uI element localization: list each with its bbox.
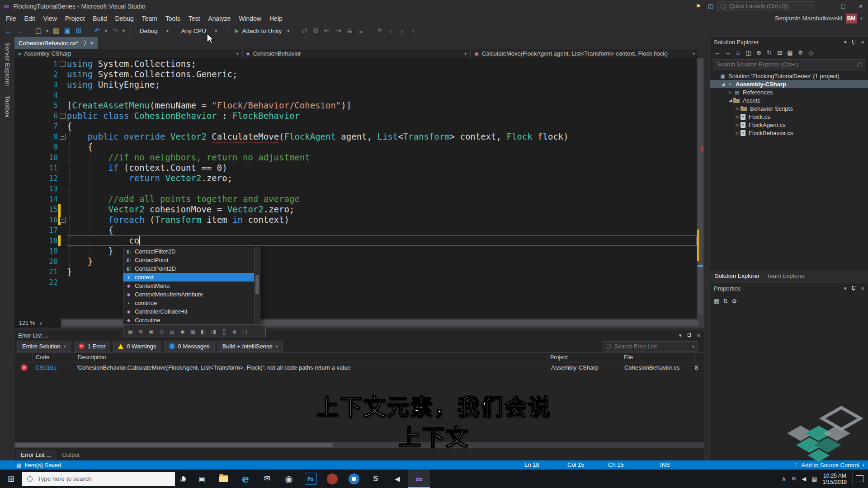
save-icon[interactable]: ▣ xyxy=(62,27,72,35)
previous-bookmark-icon[interactable]: « xyxy=(386,27,396,35)
description-column-header[interactable]: Description xyxy=(75,353,547,362)
line-column-header[interactable] xyxy=(694,353,704,362)
menu-window[interactable]: Window xyxy=(235,12,265,24)
source-filter-dropdown[interactable]: Build + IntelliSense ▾ xyxy=(217,341,283,352)
properties-title-bar[interactable]: Properties ▾ × xyxy=(710,283,868,293)
all-members-filter-icon[interactable]: ▣ xyxy=(126,328,135,335)
menu-team[interactable]: Team xyxy=(138,12,161,24)
menu-view[interactable]: View xyxy=(39,12,61,24)
code-column-header[interactable]: Code xyxy=(33,353,75,362)
taskbar-app-blue-app[interactable] xyxy=(343,469,365,488)
scrollbar-thumb[interactable] xyxy=(698,59,703,314)
taskbar-app-photoshop[interactable]: Ps xyxy=(300,469,321,488)
next-bookmark-icon[interactable]: » xyxy=(397,27,407,35)
taskbar-app-file-explorer[interactable] xyxy=(213,469,235,488)
menu-file[interactable]: File xyxy=(2,12,20,24)
user-avatar-badge[interactable]: BM xyxy=(846,14,857,23)
collapse-all-icon[interactable]: ⊟ xyxy=(775,49,784,56)
quick-launch-box[interactable] xyxy=(717,1,815,11)
completion-scrollbar[interactable] xyxy=(254,247,260,324)
attach-to-unity-button[interactable]: ▶Attach to Unity xyxy=(232,28,284,34)
pin-icon[interactable] xyxy=(82,41,86,46)
indent-decrease-icon[interactable]: ⇤ xyxy=(322,27,332,35)
indent-increase-icon[interactable]: ⇥ xyxy=(333,27,343,35)
error-list-search-input[interactable] xyxy=(613,343,689,350)
keywords-filter-icon[interactable]: ≣ xyxy=(230,328,239,335)
editor-vertical-scrollbar[interactable] xyxy=(697,58,704,319)
code-line-6[interactable]: 6public class CohesionBehavior : FlockBe… xyxy=(14,111,697,121)
document-tab-cohesionbehavior[interactable]: CohesionBehavior.cs* × xyxy=(14,37,98,49)
ime-icon[interactable]: ▤ xyxy=(811,475,817,482)
code-line-17[interactable]: 17 { xyxy=(14,225,697,235)
code-line-3[interactable]: 3using UnityEngine; xyxy=(14,80,697,90)
completion-item-ContactPoint2D[interactable]: ◧ContactPoint2D xyxy=(123,264,260,273)
tab-error-list[interactable]: Error List ... xyxy=(16,450,56,460)
delegates-filter-icon[interactable]: ◨ xyxy=(209,328,218,335)
tree-expanded-arrow-icon[interactable]: ◢ xyxy=(720,82,726,86)
fields-filter-icon[interactable]: ▤ xyxy=(167,328,177,335)
open-folder-icon[interactable]: ▥ xyxy=(51,27,61,35)
code-line-9[interactable]: 9 { xyxy=(14,142,697,152)
menu-tools[interactable]: Tools xyxy=(161,12,184,24)
taskbar-app-steam[interactable]: ◉ xyxy=(278,469,300,488)
tree-expanded-arrow-icon[interactable]: ◢ xyxy=(727,98,733,103)
breadcrumb-project-dropdown[interactable]: ■ Assembly-CSharp ▾ xyxy=(14,49,243,58)
pin-icon[interactable] xyxy=(687,333,691,338)
code-line-4[interactable]: 4 xyxy=(14,90,697,100)
undo-icon[interactable]: ↶ xyxy=(92,27,102,35)
debug-configuration-dropdown[interactable]: Debug▾ xyxy=(136,27,174,35)
fold-collapse-icon[interactable] xyxy=(60,134,66,140)
code-line-10[interactable]: 10 //if no neighbors, return no adjustme… xyxy=(14,152,697,163)
code-line-2[interactable]: 2using System.Collections.Generic; xyxy=(14,69,697,80)
code-editor[interactable]: 1using System.Collections;2using System.… xyxy=(14,58,697,319)
back-arrow-icon[interactable]: ← xyxy=(4,27,14,35)
code-line-20[interactable]: 20 } xyxy=(14,256,697,267)
completion-item-continue[interactable]: ▪continue xyxy=(123,299,260,307)
solution-explorer-sync-icon[interactable]: ⇄ xyxy=(299,27,309,35)
pin-icon[interactable] xyxy=(851,286,856,291)
completion-item-ContactPoint[interactable]: ◧ContactPoint xyxy=(123,256,260,264)
new-file-icon[interactable]: ▢ xyxy=(33,27,43,35)
pin-icon[interactable] xyxy=(851,40,856,45)
speaker-icon[interactable]: ◀ xyxy=(802,475,806,482)
minimize-button[interactable]: – xyxy=(818,3,833,10)
tree-item-solution-flockingtutorialseries-1-project-[interactable]: ▣Solution 'FlockingTutorialSeries' (1 pr… xyxy=(710,72,868,80)
completion-item-context[interactable]: ▮context xyxy=(123,273,260,282)
user-menu-chevron-icon[interactable]: ▾ xyxy=(860,16,863,21)
messages-filter-button[interactable]: i 0 Messages xyxy=(164,341,215,352)
code-line-19[interactable]: 19 } xyxy=(14,246,697,256)
code-line-1[interactable]: 1using System.Collections; xyxy=(14,59,697,69)
tab-output[interactable]: Output xyxy=(57,450,84,460)
fold-collapse-icon[interactable] xyxy=(60,61,66,67)
taskbar-app-red-app[interactable] xyxy=(321,469,343,488)
completion-item-ControllerColliderHit[interactable]: ◆ControllerColliderHit xyxy=(123,307,260,316)
scrollbar-thumb[interactable] xyxy=(15,443,333,447)
tree-collapsed-arrow-icon[interactable]: ▷ xyxy=(735,122,741,127)
action-center-button[interactable] xyxy=(852,473,866,485)
property-pages-icon[interactable]: ⚙ xyxy=(731,298,737,305)
code-line-11[interactable]: 11 if (context.Count == 0) xyxy=(14,163,697,173)
code-line-8[interactable]: 8 public override Vector2 CalculateMove(… xyxy=(14,131,697,142)
menu-project[interactable]: Project xyxy=(61,12,89,24)
tree-item-flockbehavior-cs[interactable]: ▷#FlockBehavior.cs xyxy=(710,129,868,137)
menu-debug[interactable]: Debug xyxy=(111,12,138,24)
close-button[interactable]: × xyxy=(854,3,868,10)
solution-explorer-title-bar[interactable]: Solution Explorer ▾ × xyxy=(710,37,868,47)
chevron-down-icon[interactable]: ▾ xyxy=(45,28,50,33)
scrollbar-thumb[interactable] xyxy=(255,275,259,294)
file-column-header[interactable]: File xyxy=(621,353,694,362)
tree-collapsed-arrow-icon[interactable]: ▷ xyxy=(735,114,741,119)
close-panel-icon[interactable]: × xyxy=(697,332,700,339)
code-line-21[interactable]: 21} xyxy=(14,267,697,277)
tree-item-references[interactable]: ▷▤References xyxy=(710,88,868,96)
switch-views-icon[interactable]: ◫ xyxy=(744,49,753,56)
severity-column-header[interactable] xyxy=(14,353,33,362)
scope-dropdown[interactable]: Entire Solution ▾ xyxy=(17,341,71,352)
window-position-chevron-icon[interactable]: ▾ xyxy=(844,286,847,291)
signed-in-user[interactable]: Benjamin Marshalkowski xyxy=(775,15,842,22)
tree-item-assembly-csharp[interactable]: ◢■Assembly-CSharp xyxy=(710,80,868,88)
code-line-7[interactable]: 7{ xyxy=(14,121,697,131)
clock[interactable]: 10:25 AM 1/15/2019 xyxy=(823,473,847,485)
feedback-icon[interactable]: ◫ xyxy=(707,3,714,9)
properties-icon[interactable]: ⚙ xyxy=(796,49,805,56)
